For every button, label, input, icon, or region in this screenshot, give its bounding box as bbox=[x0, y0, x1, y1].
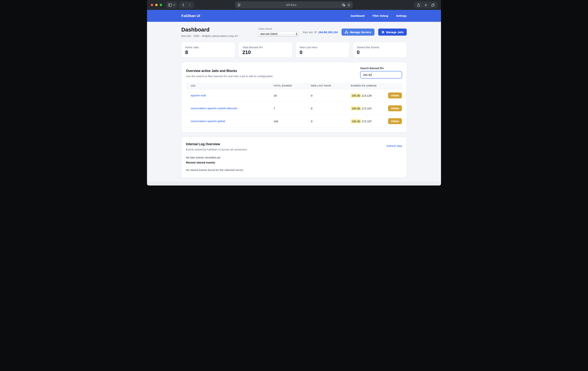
stat-card-new-last-hour: New Last Hour 0 bbox=[296, 42, 349, 58]
active-server-label: Active Server bbox=[258, 28, 299, 30]
app-navbar: Fail2ban UI Dashboard Filter Debug Setti… bbox=[147, 10, 441, 22]
column-header-new-last-hour: NEW LAST HOUR bbox=[311, 85, 351, 87]
overview-subtitle: Use the search to filter banned IPs and … bbox=[186, 75, 273, 78]
window-footer-strip bbox=[147, 182, 441, 186]
jails-table-header: JAIL TOTAL BANNED NEW LAST HOUR BANNED I… bbox=[186, 83, 402, 89]
history-nav-group bbox=[179, 2, 194, 8]
total-banned-value: 7 bbox=[273, 107, 311, 110]
stat-value: 0 bbox=[357, 50, 403, 55]
nav-link-settings[interactable]: Settings bbox=[396, 14, 407, 17]
banned-ip: 160.30.172.107 bbox=[351, 107, 372, 110]
banned-ip: 160.30.113.129 bbox=[351, 94, 371, 97]
sidebar-toggle-group bbox=[166, 2, 177, 8]
ip-highlight: 160.30 bbox=[351, 106, 361, 110]
active-server-select[interactable]: test-ssh (SSH) bbox=[258, 31, 299, 37]
chevron-down-icon[interactable] bbox=[173, 4, 175, 6]
app-nav-links: Dashboard Filter Debug Settings bbox=[350, 14, 407, 17]
forward-button[interactable] bbox=[187, 2, 193, 8]
jail-link[interactable]: swissmakers-apache-exploit-attempts bbox=[191, 107, 237, 110]
manage-servers-button[interactable]: Manage Servers bbox=[342, 29, 375, 36]
tabs-overview-icon[interactable] bbox=[430, 2, 436, 8]
stat-card-total-banned: Total Banned IPs 210 bbox=[239, 42, 292, 58]
new-last-hour-value: 0 bbox=[311, 107, 351, 110]
nav-link-filter-debug[interactable]: Filter Debug bbox=[372, 14, 388, 17]
text-caret bbox=[371, 73, 372, 77]
manage-jails-button[interactable]: Manage Jails bbox=[378, 29, 407, 36]
new-last-hour-value: 0 bbox=[311, 120, 351, 123]
gear-icon bbox=[381, 31, 385, 34]
log-subtitle: Events stored by Fail2ban-UI across all … bbox=[186, 148, 248, 151]
search-banned-ips-label: Search Banned IPs bbox=[360, 67, 402, 70]
table-row: swissmakers-apache-exploit-attempts 7 0 … bbox=[186, 102, 402, 115]
unban-button[interactable]: Unban bbox=[388, 105, 402, 111]
stat-label: New Last Hour bbox=[300, 46, 346, 49]
toolbar-right-group bbox=[414, 2, 437, 8]
browser-window: 127.0.0.1 A x bbox=[147, 0, 441, 186]
url-text: 127.0.0.1 bbox=[241, 3, 342, 6]
stats-row: Active Jails 8 Total Banned IPs 210 New … bbox=[181, 42, 407, 58]
stat-card-stored-ban-events: Stored Ban Events 0 bbox=[353, 42, 407, 58]
stat-value: 0 bbox=[300, 50, 346, 55]
reload-icon[interactable] bbox=[347, 3, 350, 7]
stat-value: 210 bbox=[242, 50, 288, 55]
page-title: Dashboard bbox=[181, 27, 238, 33]
log-title: Internal Log Overview bbox=[186, 142, 248, 146]
ip-rest: .172.107 bbox=[361, 120, 372, 123]
overview-title: Overview active Jails and Blocks bbox=[186, 69, 273, 73]
share-icon[interactable] bbox=[416, 2, 421, 8]
column-header-banned-ips: BANNED IPS (UNBAN) bbox=[351, 85, 402, 87]
close-window-button[interactable] bbox=[151, 4, 153, 6]
no-ban-events-text: No ban events recorded yet. bbox=[186, 156, 402, 159]
jails-table: JAIL TOTAL BANNED NEW LAST HOUR BANNED I… bbox=[186, 83, 402, 128]
new-last-hour-value: 0 bbox=[311, 94, 351, 97]
page-subtitle: test-ssh · SSH · rlinfp02.swissmakers.co… bbox=[181, 34, 238, 37]
app-brand[interactable]: Fail2ban UI bbox=[181, 14, 200, 18]
page-settings-icon[interactable] bbox=[238, 3, 241, 6]
search-banned-ips-input[interactable] bbox=[360, 71, 402, 78]
back-button[interactable] bbox=[180, 2, 186, 8]
address-bar[interactable]: 127.0.0.1 A x bbox=[235, 1, 353, 8]
new-tab-icon[interactable] bbox=[423, 2, 429, 8]
column-header-total-banned: TOTAL BANNED bbox=[273, 85, 311, 87]
sitemap-icon bbox=[345, 31, 348, 34]
banned-ip: 160.30.172.107 bbox=[351, 120, 372, 123]
recent-stored-events-title: Recent stored events bbox=[186, 161, 402, 164]
stat-label: Stored Ban Events bbox=[357, 46, 403, 49]
page-header: Dashboard test-ssh · SSH · rlinfp02.swis… bbox=[181, 27, 407, 37]
unban-button[interactable]: Unban bbox=[388, 118, 402, 124]
stat-label: Active Jails bbox=[185, 46, 231, 49]
manage-jails-label: Manage Jails bbox=[386, 31, 404, 34]
table-row: apache-auth 19 0 160.30.113.129 Unban bbox=[186, 89, 402, 102]
nav-link-dashboard[interactable]: Dashboard bbox=[350, 14, 365, 17]
zoom-window-button[interactable] bbox=[160, 4, 162, 6]
svg-text:x: x bbox=[344, 5, 345, 6]
manage-servers-label: Manage Servers bbox=[350, 31, 371, 34]
stat-card-active-jails: Active Jails 8 bbox=[181, 42, 235, 58]
no-stored-events-text: No stored events found for the selected … bbox=[186, 168, 402, 172]
browser-titlebar: 127.0.0.1 A x bbox=[147, 0, 441, 10]
refresh-data-link[interactable]: Refresh data bbox=[387, 144, 402, 147]
header-controls: Active Server test-ssh (SSH) Your ext. I… bbox=[258, 28, 407, 37]
window-controls bbox=[151, 4, 162, 6]
jail-link[interactable]: apache-auth bbox=[191, 94, 206, 97]
ip-rest: .172.107 bbox=[361, 107, 372, 110]
ext-ip-value[interactable]: 194.88.100.134 bbox=[318, 31, 338, 34]
overview-card: Overview active Jails and Blocks Use the… bbox=[181, 62, 407, 132]
jail-link[interactable]: swissmakers-apache-global bbox=[191, 120, 225, 123]
select-arrows-icon bbox=[296, 33, 297, 35]
column-header-jail: JAIL bbox=[186, 85, 273, 87]
ip-highlight: 160.30 bbox=[351, 93, 361, 98]
ext-ip-label: Your ext. IP: bbox=[302, 31, 317, 34]
minimize-window-button[interactable] bbox=[155, 4, 158, 6]
active-server-value: test-ssh (SSH) bbox=[261, 33, 277, 35]
unban-button[interactable]: Unban bbox=[388, 92, 402, 98]
stat-value: 8 bbox=[185, 50, 231, 55]
ip-rest: .113.129 bbox=[361, 94, 371, 97]
total-banned-value: 19 bbox=[273, 94, 311, 97]
translate-icon[interactable]: A x bbox=[342, 3, 345, 7]
sidebar-toggle-icon[interactable] bbox=[168, 3, 172, 7]
total-banned-value: 143 bbox=[273, 120, 311, 123]
table-row: swissmakers-apache-global 143 0 160.30.1… bbox=[186, 115, 402, 128]
ip-highlight: 160.30 bbox=[351, 119, 361, 123]
internal-log-card: Internal Log Overview Events stored by F… bbox=[181, 137, 407, 178]
